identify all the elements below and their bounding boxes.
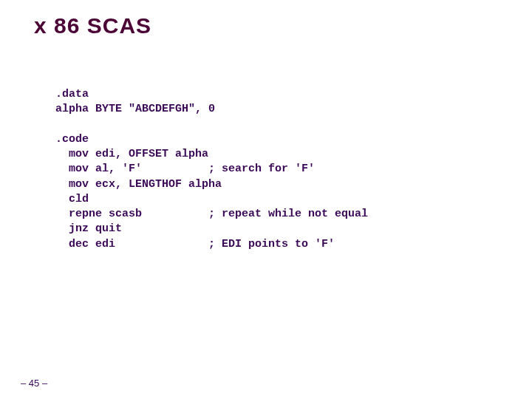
slide-title: x 86 SCAS [34,13,151,38]
slide-number-footer: – 45 – [21,378,47,389]
assembly-code-block: .data alpha BYTE "ABCDEFGH", 0 .code mov… [55,87,368,252]
